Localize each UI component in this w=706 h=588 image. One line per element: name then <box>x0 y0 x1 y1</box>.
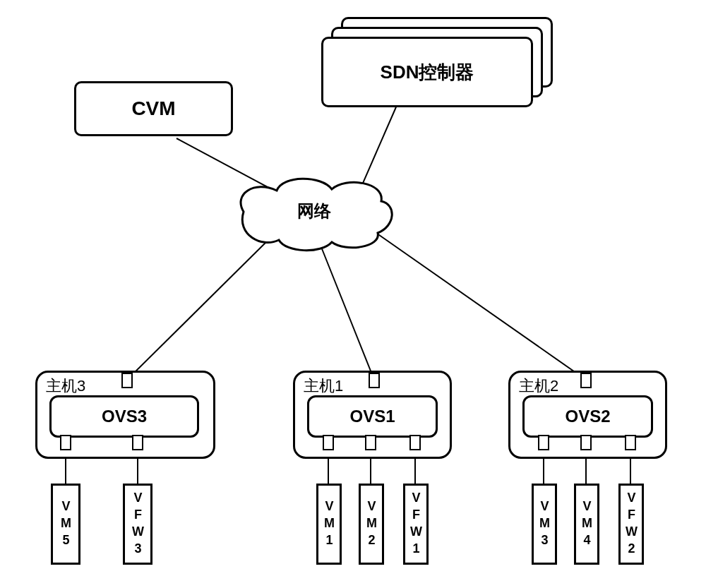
ovs2-node: OVS2 <box>522 395 653 438</box>
vfw2-node: VFW2 <box>618 484 644 565</box>
cvm-node: CVM <box>74 81 233 136</box>
ovs3-label: OVS3 <box>102 407 147 426</box>
vm4-node: VM4 <box>574 484 599 565</box>
svg-line-4 <box>374 232 586 380</box>
vm2-label: VM2 <box>364 499 379 550</box>
host3-label: 主机3 <box>46 376 85 397</box>
vm4-label: VM4 <box>580 499 594 550</box>
vfw2-label: VFW2 <box>624 491 639 558</box>
sdn-label: SDN控制器 <box>381 60 474 85</box>
host2-label: 主机2 <box>519 376 558 397</box>
vfw1-node: VFW1 <box>403 484 429 565</box>
vm5-label: VM5 <box>59 499 73 550</box>
ovs1-label: OVS1 <box>349 407 395 426</box>
host1-port-vm2 <box>365 435 376 450</box>
host2-port-vm4 <box>580 435 592 450</box>
host1-port-vm1 <box>323 435 334 450</box>
vm1-node: VM1 <box>316 484 342 565</box>
ovs3-node: OVS3 <box>49 395 199 438</box>
vm2-node: VM2 <box>359 484 384 565</box>
vm3-node: VM3 <box>532 484 557 565</box>
svg-line-0 <box>176 138 277 192</box>
host3-port-vm5 <box>60 435 71 450</box>
svg-line-2 <box>127 236 272 380</box>
sdn-card-front: SDN控制器 <box>321 37 533 107</box>
vm1-label: VM1 <box>322 499 337 550</box>
cvm-label: CVM <box>131 97 175 120</box>
host2-port-vfw2 <box>625 435 636 450</box>
ovs2-label: OVS2 <box>565 407 610 426</box>
host3-uplink-port <box>121 373 133 388</box>
vfw1-label: VFW1 <box>409 491 424 558</box>
svg-line-3 <box>321 247 374 380</box>
sdn-controller-stack: SDN控制器 <box>321 17 554 109</box>
host2-port-vm3 <box>538 435 549 450</box>
host1-uplink-port <box>369 373 380 388</box>
ovs1-node: OVS1 <box>307 395 438 438</box>
network-cloud-label: 网络 <box>233 200 395 222</box>
host1-port-vfw1 <box>409 435 421 450</box>
vfw3-node: VFW3 <box>123 484 152 565</box>
host3-port-vfw3 <box>132 435 143 450</box>
vm3-label: VM3 <box>537 499 552 550</box>
vm5-node: VM5 <box>51 484 80 565</box>
host1-label: 主机1 <box>304 376 343 397</box>
vfw3-label: VFW3 <box>131 491 145 558</box>
host2-uplink-port <box>580 373 592 388</box>
